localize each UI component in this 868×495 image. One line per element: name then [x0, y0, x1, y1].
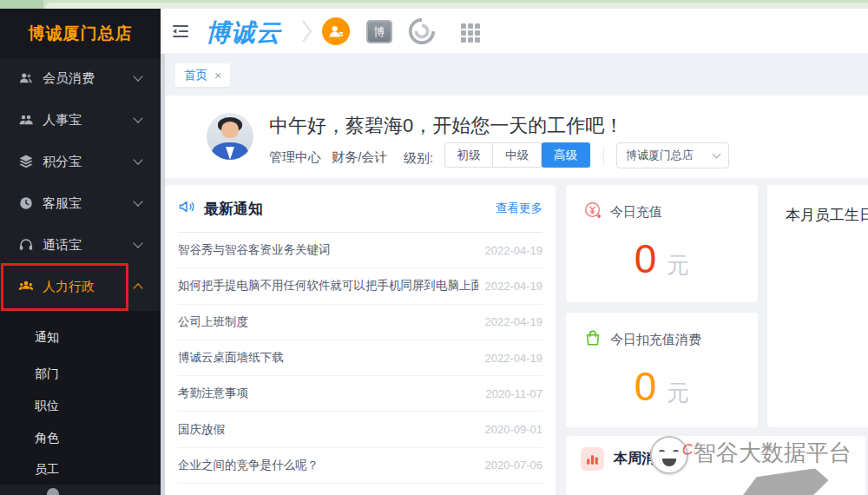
level-segmented-control: 初级 中级 高级 — [444, 142, 590, 168]
brand-logo[interactable]: 博诚云 — [206, 16, 281, 50]
greeting-text: 中午好，蔡碧海0，开始您一天的工作吧！ — [269, 113, 623, 139]
role-label: 财务/会计 — [332, 149, 387, 164]
chevron-down-icon — [133, 71, 142, 81]
headset-icon — [18, 237, 34, 253]
sidebar-submenu: 通知 部门 职位 角色 员工 — [0, 311, 161, 485]
submenu-item-position[interactable]: 职位 — [35, 399, 59, 414]
sidebar-item-label: 人事宝 — [43, 112, 135, 129]
speaker-icon — [178, 198, 195, 219]
submenu-item-notice[interactable]: 通知 — [35, 330, 59, 346]
chevron-down-icon — [133, 113, 142, 122]
submenu-item-employee[interactable]: 员工 — [35, 462, 59, 478]
notice-header: 最新通知 查看更多 — [165, 185, 556, 232]
tab-home[interactable]: 首页 × — [175, 63, 230, 87]
sidebar-item-call[interactable]: 通话宝 — [0, 224, 161, 266]
store-select[interactable]: 博诚厦门总店 — [616, 142, 729, 168]
level-senior-button[interactable]: 高级 — [542, 142, 590, 168]
bo-app-icon[interactable]: 博 — [366, 20, 392, 43]
partial-menu-icon — [47, 488, 59, 495]
bar-chart-icon — [581, 447, 604, 471]
stat-title: 今日扣充值消费 — [610, 332, 701, 348]
sidebar-item-points[interactable]: 积分宝 — [0, 141, 161, 182]
vertical-divider — [603, 146, 604, 165]
clock-icon — [18, 195, 34, 211]
sidebar-item-label: 会员消费 — [43, 70, 135, 87]
unit-label: 元 — [667, 250, 689, 280]
window-top-strip — [0, 0, 868, 9]
stat-value: 0 元 — [566, 363, 758, 410]
birthday-card-title: 本月员工生日 — [786, 205, 868, 225]
tab-home-label: 首页 — [184, 68, 207, 83]
stat-value: 0 元 — [566, 235, 758, 282]
submenu-item-department[interactable]: 部门 — [35, 366, 59, 382]
chevron-up-icon — [133, 283, 142, 293]
stat-title: 今日充值 — [610, 204, 662, 221]
notice-row[interactable]: 考勤注意事项 2020-11-07 — [178, 376, 542, 412]
week-consume-card: 本周消费 — [566, 436, 865, 495]
consume-amount: 0 — [635, 363, 657, 410]
sidebar-item-hr-admin[interactable]: 人力行政 — [0, 266, 161, 307]
chevron-down-icon — [133, 238, 142, 248]
greeting-subtitle: 管理中心 财务/会计 — [269, 149, 387, 166]
notice-row[interactable]: 如何把手提电脑不用任何软件就可以把手机同屏到电脑上面 2022-04-19 — [178, 268, 542, 304]
notice-row[interactable]: 博诚云桌面墙纸下载 2022-04-19 — [178, 340, 542, 376]
today-recharge-card: 今日充值 0 元 — [566, 185, 758, 302]
topbar: 博诚云 博 — [161, 9, 868, 54]
sidebar: 博诚厦门总店 会员消费 人事宝 积分宝 — [0, 9, 161, 495]
shopping-bag-icon — [583, 328, 602, 351]
latest-notice-card: 最新通知 查看更多 智谷秀与智谷客资业务关键词 2022-04-19 如何把手提… — [165, 185, 556, 495]
sidebar-item-label: 客服宝 — [43, 195, 135, 212]
apps-grid-icon[interactable] — [461, 23, 480, 43]
store-select-value: 博诚厦门总店 — [626, 148, 713, 163]
level-junior-button[interactable]: 初级 — [444, 142, 493, 168]
people-icon — [18, 112, 34, 128]
swirl-logo-icon[interactable] — [407, 16, 437, 46]
notice-row[interactable]: 公司上班制度 2022-04-19 — [178, 305, 542, 340]
sidebar-header: 博诚厦门总店 — [0, 9, 161, 59]
sidebar-item-label: 通话宝 — [43, 237, 135, 254]
sidebar-item-label: 人力行政 — [43, 279, 135, 295]
notice-row[interactable]: 企业之间的竞争是什么呢？ 2020-07-06 — [178, 448, 542, 484]
chevron-down-icon — [133, 196, 142, 206]
view-more-link[interactable]: 查看更多 — [496, 201, 542, 216]
dept-label: 管理中心 — [269, 149, 321, 164]
sidebar-item-member-consume[interactable]: 会员消费 — [0, 57, 161, 99]
chevron-down-icon — [133, 155, 142, 164]
month-birthday-card: 本月员工生日 — [767, 185, 868, 427]
week-card-title: 本周消费 — [614, 450, 669, 468]
group-icon — [18, 279, 34, 294]
separator-chevron-icon — [299, 19, 313, 47]
chevron-down-icon — [713, 150, 721, 159]
users-icon — [18, 70, 34, 86]
level-label: 级别: — [404, 150, 433, 167]
greeting-panel: 中午好，蔡碧海0，开始您一天的工作吧！ 管理中心 财务/会计 级别: 初级 中级… — [165, 96, 868, 178]
submenu-item-role[interactable]: 角色 — [35, 431, 59, 446]
recharge-yuan-icon — [583, 201, 602, 223]
unit-label: 元 — [667, 378, 689, 408]
tab-bar: 首页 × — [165, 54, 868, 96]
close-icon[interactable]: × — [214, 69, 221, 82]
window-top-strip-left — [0, 0, 43, 9]
store-title: 博诚厦门总店 — [29, 23, 133, 45]
user-avatar-icon[interactable] — [322, 17, 350, 45]
recharge-amount: 0 — [635, 235, 657, 282]
window-top-strip-tab — [45, 3, 868, 9]
sidebar-item-label: 积分宝 — [43, 154, 135, 170]
sidebar-item-hr-treasure[interactable]: 人事宝 — [0, 99, 161, 141]
level-middle-button[interactable]: 中级 — [493, 142, 542, 168]
app-root: 博诚厦门总店 会员消费 人事宝 积分宝 — [0, 0, 868, 495]
menu-fold-icon[interactable] — [172, 24, 189, 42]
notice-row[interactable]: 国庆放假 2020-09-01 — [178, 412, 542, 447]
notice-title: 最新通知 — [204, 199, 496, 219]
profile-photo — [207, 113, 253, 160]
notice-row[interactable]: 智谷秀与智谷客资业务关键词 2022-04-19 — [178, 233, 542, 268]
layers-icon — [18, 154, 34, 169]
today-consume-card: 今日扣充值消费 0 元 — [566, 313, 758, 427]
sidebar-item-service[interactable]: 客服宝 — [0, 182, 161, 224]
